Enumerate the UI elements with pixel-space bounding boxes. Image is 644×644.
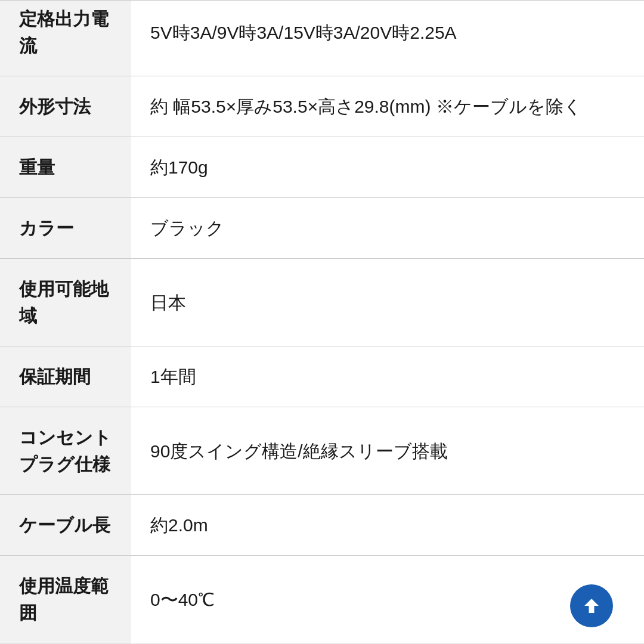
table-row: 使用温度範囲0〜40℃	[0, 556, 644, 643]
spec-value: 約170g	[131, 137, 644, 198]
table-row: コンセントプラグ仕様90度スイング構造/絶縁スリーブ搭載	[0, 407, 644, 495]
spec-value: 約2.0m	[131, 495, 644, 556]
spec-label: コンセントプラグ仕様	[0, 407, 131, 495]
spec-value: ブラック	[131, 198, 644, 259]
spec-label: 定格出力電流	[0, 1, 131, 76]
spec-label: 重量	[0, 137, 131, 198]
table-row: カラーブラック	[0, 198, 644, 259]
table-row: 定格出力電流5V時3A/9V時3A/15V時3A/20V時2.25A	[0, 1, 644, 76]
table-row: ケーブル長約2.0m	[0, 495, 644, 556]
spec-value: 0〜40℃	[131, 556, 644, 643]
spec-value: 約 幅53.5×厚み53.5×高さ29.8(mm) ※ケーブルを除く	[131, 76, 644, 137]
spec-value: 日本	[131, 259, 644, 346]
scroll-top-button[interactable]	[570, 584, 613, 627]
spec-label: ケーブル長	[0, 495, 131, 556]
table-row: 使用可能地域日本	[0, 259, 644, 346]
spec-value: 90度スイング構造/絶縁スリーブ搭載	[131, 407, 644, 495]
spec-label: 使用可能地域	[0, 259, 131, 346]
spec-table: 定格出力電流5V時3A/9V時3A/15V時3A/20V時2.25A外形寸法約 …	[0, 0, 644, 644]
spec-value: 1年間	[131, 346, 644, 407]
spec-label: 使用温度範囲	[0, 556, 131, 643]
table-row: 外形寸法約 幅53.5×厚み53.5×高さ29.8(mm) ※ケーブルを除く	[0, 76, 644, 137]
table-row: 重量約170g	[0, 137, 644, 198]
spec-label: カラー	[0, 198, 131, 259]
table-row: 保証期間1年間	[0, 346, 644, 407]
spec-label: 外形寸法	[0, 76, 131, 137]
spec-label: 保証期間	[0, 346, 131, 407]
spec-value: 5V時3A/9V時3A/15V時3A/20V時2.25A	[131, 1, 644, 76]
